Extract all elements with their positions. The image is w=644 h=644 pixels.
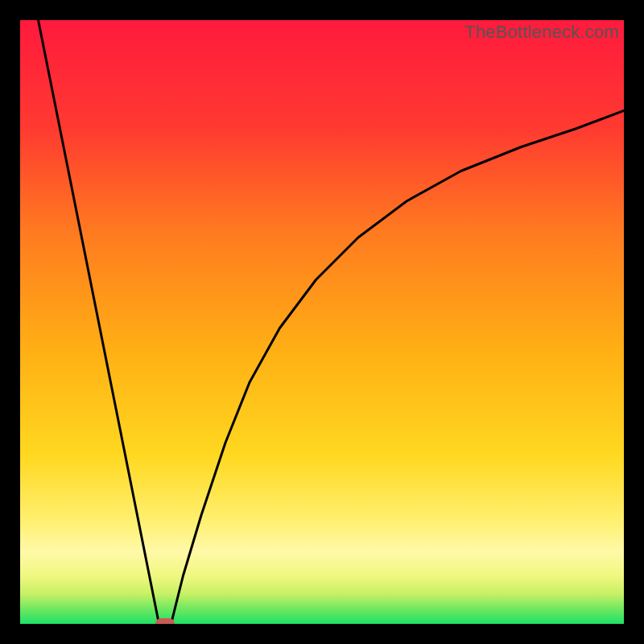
gradient-background (20, 20, 624, 624)
marker-dot (155, 618, 175, 624)
chart-svg (20, 20, 624, 624)
watermark-text: TheBottleneck.com (464, 22, 619, 43)
plot-area: TheBottleneck.com (20, 20, 624, 624)
minimum-marker (155, 618, 175, 624)
chart-frame: TheBottleneck.com (0, 0, 644, 644)
